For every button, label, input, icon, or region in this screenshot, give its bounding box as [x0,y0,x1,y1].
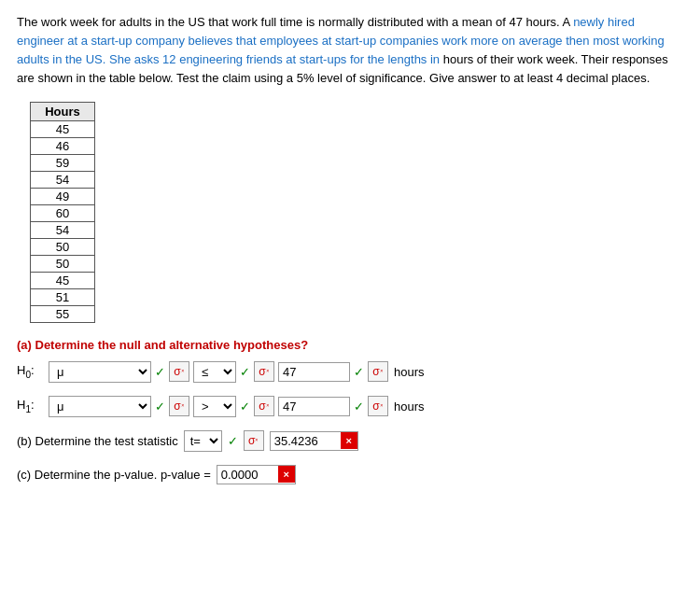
part-b-value-input[interactable] [271,432,341,450]
table-row: 45 [31,120,95,137]
part-c-section: (c) Determine the p-value. p-value = × [17,465,683,484]
h0-label: H0: [17,363,41,380]
h1-operator-select[interactable]: > < = ≤ ≥ ≠ [193,396,236,417]
h1-variable-select[interactable]: μ [49,396,151,417]
h1-unit: hours [394,400,425,414]
h0-check2: ✓ [240,365,250,379]
part-b-section: (b) Determine the test statistic t= z= ✓… [17,430,683,452]
h0-sigma-btn2[interactable]: σˣ [254,361,274,382]
part-b-sigma-btn[interactable]: σˣ [244,430,264,451]
intro-paragraph: The work week for adults in the US that … [17,13,683,89]
h0-check3: ✓ [354,365,364,379]
part-b-statistic-select[interactable]: t= z= [185,431,221,451]
h0-sigma-btn3[interactable]: σˣ [368,361,388,382]
part-c-value-wrapper[interactable]: × [217,465,296,484]
intro-text-line1: The work week for adults in the US that … [17,15,570,29]
h0-operator-select[interactable]: ≤ < = ≥ > ≠ [193,361,236,383]
part-b-clear-button[interactable]: × [341,432,357,449]
table-row: 46 [31,137,95,154]
table-row: 55 [31,305,95,322]
intro-text-black3: significance. Give answer to at least 4 … [359,71,650,85]
h0-number-input-wrapper[interactable] [278,362,350,382]
table-row: 50 [31,255,95,272]
table-row: 50 [31,238,95,255]
table-row: 45 [31,272,95,288]
part-b-label: (b) Determine the test statistic [17,434,178,448]
h1-sigma-btn2[interactable]: σˣ [254,396,274,416]
part-a-label: (a) Determine the null and alternative h… [17,338,683,352]
h1-dropdown-wrapper[interactable]: μ [49,396,151,417]
h1-row: H1: μ ✓ σˣ > < = ≤ ≥ ≠ ✓ σˣ ✓ σˣ hours [17,396,683,417]
h0-check1: ✓ [155,365,165,379]
hours-column-header: Hours [31,102,95,120]
h1-number-input-wrapper[interactable] [278,397,350,416]
h1-operator-wrapper[interactable]: > < = ≤ ≥ ≠ [193,396,236,417]
table-row: 51 [31,288,95,305]
hours-table: Hours 454659544960545050455155 [30,102,95,323]
h1-number-input[interactable] [279,398,349,415]
h0-row: H0: μ ✓ σˣ ≤ < = ≥ > ≠ ✓ σˣ ✓ σˣ hours [17,361,683,383]
h0-dropdown-wrapper[interactable]: μ [49,361,151,383]
part-b-statistic-wrapper[interactable]: t= z= [184,430,222,452]
h0-number-input[interactable] [279,363,349,381]
table-row: 60 [31,204,95,221]
h0-unit: hours [394,365,425,379]
part-a-section: (a) Determine the null and alternative h… [17,338,683,417]
table-row: 59 [31,154,95,171]
h1-check3: ✓ [354,400,364,414]
h1-check2: ✓ [240,400,250,414]
h0-variable-select[interactable]: μ [49,361,151,383]
h1-check1: ✓ [155,400,165,414]
part-b-check: ✓ [228,434,238,448]
part-c-clear-button[interactable]: × [278,466,295,483]
table-row: 49 [31,188,95,204]
h1-sigma-btn3[interactable]: σˣ [368,396,388,416]
table-row: 54 [31,171,95,188]
part-c-value-input[interactable] [217,466,278,484]
h1-sigma-btn1[interactable]: σˣ [169,396,189,416]
h1-label: H1: [17,398,41,414]
h0-sigma-btn1[interactable]: σˣ [169,361,189,382]
h0-operator-wrapper[interactable]: ≤ < = ≥ > ≠ [193,361,236,383]
part-c-label: (c) Determine the p-value. p-value = [17,468,211,482]
part-b-value-wrapper[interactable]: × [270,431,358,451]
table-row: 54 [31,221,95,238]
hours-table-wrapper: Hours 454659544960545050455155 [30,102,683,323]
